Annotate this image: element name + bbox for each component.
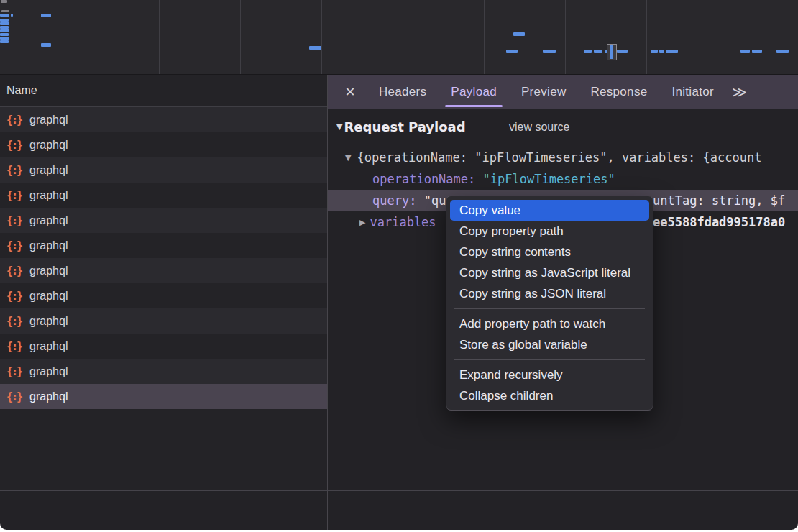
request-timing-bar [0,14,9,17]
details-tabbar: ✕ HeadersPayloadPreviewResponseInitiator… [328,75,798,109]
request-timing-bar [594,50,602,53]
request-timing-bar [740,50,750,53]
request-name: graphql [29,365,68,378]
json-braces-icon: {:} [6,214,23,227]
property-value: "ipFlowTimeseries" [483,172,615,186]
request-name: graphql [29,139,68,152]
footer-divider [0,490,798,491]
network-request-row[interactable]: {:}graphql [0,157,327,183]
request-timing-bar [0,26,9,29]
menu-item-expand-recursively[interactable]: Expand recursively [446,364,653,385]
network-overview-timeline[interactable] [0,0,798,75]
network-request-row[interactable]: {:}graphql [0,233,327,258]
network-request-row[interactable]: {:}graphql [0,107,327,132]
menu-item-copy-property-path[interactable]: Copy property path [446,221,653,242]
expand-triangle-icon[interactable]: ▼ [345,153,351,162]
tab-response[interactable]: Response [578,75,659,109]
column-header-name[interactable]: Name [0,75,327,107]
menu-item-copy-string-as-json-literal[interactable]: Copy string as JSON literal [446,283,653,304]
json-braces-icon: {:} [6,265,23,278]
timeline-gridline [484,0,485,74]
more-tabs-icon[interactable]: ≫ [732,83,747,101]
request-name: graphql [29,340,68,353]
request-timing-bar [513,32,525,36]
request-timing-bar [0,33,9,36]
overview-selected-request-marker [607,44,617,60]
timeline-gridline [321,0,322,74]
request-timing-bar [617,50,628,53]
view-source-link[interactable]: view source [509,121,569,134]
timeline-gridline [565,0,566,74]
tab-headers[interactable]: Headers [367,75,439,109]
timeline-gridline [728,0,728,74]
network-request-row[interactable]: {:}graphql [0,308,327,334]
request-name: graphql [29,189,68,202]
request-timing-bar [0,29,9,32]
json-braces-icon: {:} [6,164,23,177]
tree-row-operation-name[interactable]: operationName: "ipFlowTimeseries" [328,168,798,190]
requests-panel: Name {:}graphql{:}graphql{:}graphql{:}gr… [0,75,327,490]
json-braces-icon: {:} [6,189,23,202]
request-timing-bar [41,14,51,17]
json-braces-icon: {:} [6,365,23,378]
menu-item-collapse-children[interactable]: Collapse children [446,385,653,406]
request-timing-bar [752,50,762,53]
property-value-left: "qu [424,193,446,208]
timeline-gridline [403,0,403,74]
tab-initiator[interactable]: Initiator [659,75,725,109]
request-timing-bar [0,37,9,40]
json-braces-icon: {:} [6,114,23,127]
request-timing-bar [41,43,51,47]
menu-item-copy-string-contents[interactable]: Copy string contents [446,242,653,262]
network-request-row[interactable]: {:}graphql [0,283,327,308]
tree-row-root[interactable]: ▼ {operationName: "ipFlowTimeseries", va… [328,147,798,168]
context-menu: Copy valueCopy property pathCopy string … [446,196,653,411]
json-braces-icon: {:} [6,340,23,353]
request-name: graphql [29,290,68,303]
network-request-row[interactable]: {:}graphql [0,208,327,233]
request-timing-bar [651,50,658,53]
request-name: graphql [29,114,68,127]
network-request-row[interactable]: {:}graphql [0,183,327,208]
root-object-preview: {operationName: "ipFlowTimeseries", vari… [357,150,761,165]
json-braces-icon: {:} [6,290,23,303]
property-key: query: [372,193,424,208]
request-timing-bar [309,46,321,50]
timeline-gridline [646,0,647,74]
request-timing-bar [1,10,9,12]
request-name: graphql [29,164,68,177]
network-request-row[interactable]: {:}graphql [0,384,327,409]
tab-payload[interactable]: Payload [439,75,509,109]
network-request-row[interactable]: {:}graphql [0,258,327,283]
menu-item-store-as-global-variable[interactable]: Store as global variable [446,334,653,355]
devtools-window: Name {:}graphql{:}graphql{:}graphql{:}gr… [0,0,798,530]
property-key: operationName: [372,172,483,186]
close-details-icon[interactable]: ✕ [342,84,358,100]
json-braces-icon: {:} [6,390,23,403]
expand-triangle-icon[interactable]: ▶ [359,218,365,227]
request-timing-bar [0,19,9,22]
request-timing-bar [1,0,7,3]
request-timing-bar [543,50,556,53]
request-name: graphql [29,265,68,278]
request-timing-bar [584,50,592,53]
network-request-row[interactable]: {:}graphql [0,359,327,384]
request-timing-bar [0,22,9,25]
json-braces-icon: {:} [6,139,23,152]
section-collapse-icon[interactable]: ▼ [336,122,342,132]
request-name: graphql [29,315,68,328]
menu-item-copy-value[interactable]: Copy value [450,200,649,221]
property-value-right: untTag: string, $f [653,190,785,211]
network-request-row[interactable]: {:}graphql [0,132,327,157]
menu-item-add-property-path-to-watch[interactable]: Add property path to watch [446,313,653,334]
tab-preview[interactable]: Preview [509,75,579,109]
timeline-gridline [240,0,241,74]
request-name: graphql [29,390,68,403]
menu-separator [454,308,645,309]
network-request-row[interactable]: {:}graphql [0,334,327,359]
request-name: graphql [29,239,68,252]
menu-item-copy-string-as-javascript-literal[interactable]: Copy string as JavaScript literal [446,262,653,283]
request-name: graphql [29,214,68,227]
column-header-label: Name [6,84,37,97]
request-timing-bar [776,50,789,53]
